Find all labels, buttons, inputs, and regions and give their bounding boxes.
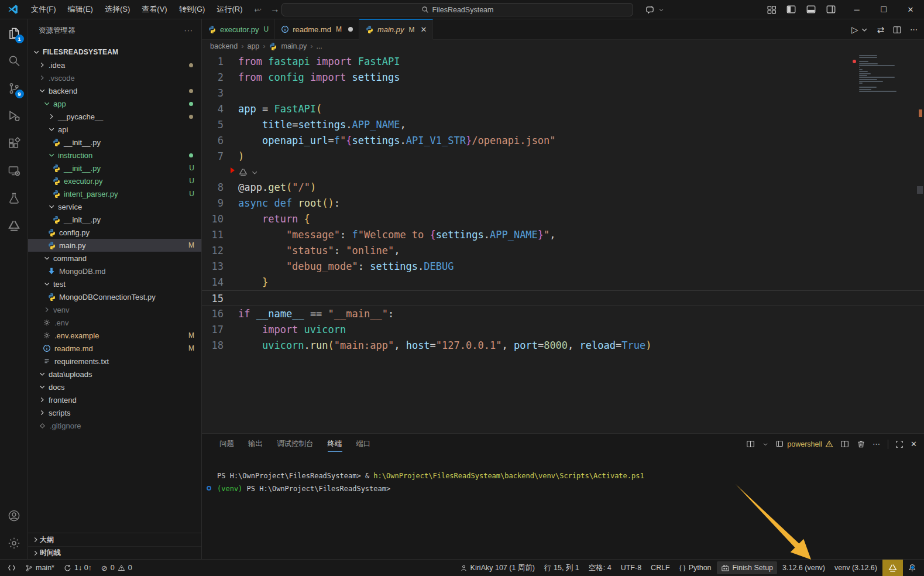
dirty-indicator[interactable]	[348, 27, 353, 32]
tree-folder-__pycache__[interactable]: __pycache__	[28, 110, 201, 123]
sidebar-more-actions-icon[interactable]: ···	[184, 26, 194, 35]
code-line-17[interactable]: 17 import uvicorn	[202, 322, 924, 338]
tree-folder-scripts[interactable]: scripts	[28, 406, 201, 419]
tree-file-__init__.py[interactable]: __init__.py	[28, 213, 201, 226]
tree-file-MongoDB.md[interactable]: MongoDB.md	[28, 265, 201, 277]
tree-file-.env[interactable]: .env	[28, 316, 201, 329]
qodo-inline-widget[interactable]	[238, 167, 259, 177]
tree-folder-app[interactable]: app	[28, 97, 201, 110]
status-venv-indicator[interactable]: venv (3.12.6)	[830, 561, 881, 574]
toggle-panel-icon[interactable]	[806, 4, 816, 15]
copilot-button[interactable]	[640, 2, 669, 17]
close-button[interactable]: ✕	[897, 0, 924, 19]
status-eol[interactable]: CRLF	[647, 561, 674, 574]
breakpoint-marker[interactable]	[231, 167, 235, 173]
activity-explorer-icon[interactable]: 1	[0, 19, 28, 47]
status-qodo[interactable]	[882, 560, 903, 576]
tree-folder-command[interactable]: command	[28, 252, 201, 265]
command-center-search[interactable]: FilesReadSysteam	[281, 3, 633, 16]
status-branch[interactable]: main*	[21, 561, 59, 574]
tree-file-config.py[interactable]: config.py	[28, 226, 201, 239]
menu-item[interactable]: 运行(R)	[211, 2, 248, 17]
nav-back-button[interactable]: ←	[253, 4, 262, 15]
menu-item[interactable]: 转到(G)	[174, 2, 211, 17]
tree-file-.gitignore[interactable]: .gitignore	[28, 419, 201, 432]
status-remote[interactable]	[4, 561, 20, 574]
breadcrumb-item[interactable]: ...	[316, 42, 322, 50]
kill-terminal-icon[interactable]	[857, 440, 865, 448]
code-editor[interactable]: 1from fastapi import FastAPI2from config…	[202, 53, 924, 433]
nav-forward-button[interactable]: →	[270, 4, 280, 15]
editor-tab-main.py[interactable]: main.pyM✕	[359, 19, 433, 40]
status-python-version[interactable]: 3.12.6 (venv)	[778, 561, 829, 574]
close-tab-icon[interactable]: ✕	[420, 25, 427, 34]
code-line-5[interactable]: 5 title=settings.APP_NAME,	[202, 117, 924, 133]
tree-file-.env.example[interactable]: .env.exampleM	[28, 329, 201, 342]
code-line-1[interactable]: 1from fastapi import FastAPI	[202, 54, 924, 70]
code-line-14[interactable]: 14 }	[202, 275, 924, 290]
customize-layout-icon[interactable]	[767, 5, 777, 15]
toggle-secondary-sidebar-icon[interactable]	[826, 4, 836, 15]
activity-testing-icon[interactable]	[0, 184, 28, 212]
tree-folder-test[interactable]: test	[28, 277, 201, 290]
sidebar-section[interactable]: 大纲	[28, 533, 201, 546]
editor-tab-readme.md[interactable]: readme.mdM	[275, 19, 359, 39]
activity-remote-explorer-icon[interactable]	[0, 157, 28, 184]
panel-more-actions-icon[interactable]: ⋯	[873, 440, 881, 448]
code-line-16[interactable]: 16if __name__ == "__main__":	[202, 306, 924, 322]
tree-file-__init__.py[interactable]: __init__.pyU	[28, 162, 201, 174]
code-line-7[interactable]: 7)	[202, 149, 924, 164]
tree-folder-.idea[interactable]: .idea	[28, 59, 201, 71]
tree-folder-service[interactable]: service	[28, 200, 201, 213]
status-notifications[interactable]	[904, 561, 920, 574]
breadcrumb-item[interactable]: backend	[210, 42, 238, 50]
code-line-6[interactable]: 6 openapi_url=f"{settings.API_V1_STR}/op…	[202, 133, 924, 149]
new-terminal-icon[interactable]	[746, 440, 755, 449]
activity-settings-icon[interactable]	[0, 529, 28, 557]
terminal-list-item[interactable]: powershell	[775, 440, 833, 448]
code-line-4[interactable]: 4app = FastAPI(	[202, 101, 924, 117]
menu-item[interactable]: 编辑(E)	[63, 2, 98, 17]
tree-file-MongoDBConnectionTest.py[interactable]: MongoDBConnectionTest.py	[28, 290, 201, 303]
menu-item[interactable]: 查看(V)	[136, 2, 172, 17]
code-line-18[interactable]: 18 uvicorn.run("main:app", host="127.0.0…	[202, 338, 924, 354]
code-line-3[interactable]: 3	[202, 85, 924, 101]
menu-item[interactable]: 文件(F)	[26, 2, 61, 17]
tree-file-readme.md[interactable]: readme.mdM	[28, 342, 201, 355]
tree-root[interactable]: FILESREADSYSTEAM	[28, 46, 201, 59]
code-line-13[interactable]: 13 "debug_mode": settings.DEBUG	[202, 259, 924, 275]
tree-folder-frontend[interactable]: frontend	[28, 393, 201, 406]
activity-run-debug-icon[interactable]	[0, 102, 28, 129]
status-blame[interactable]: KiriAky 107 (1 周前)	[456, 561, 539, 574]
tree-folder-api[interactable]: api	[28, 123, 201, 136]
status-encoding[interactable]: UTF-8	[617, 561, 645, 574]
terminal-profile-chevron-icon[interactable]	[762, 441, 768, 447]
tree-folder-backend[interactable]: backend	[28, 84, 201, 97]
tree-folder-datauploads[interactable]: data\uploads	[28, 368, 201, 380]
editor-scrollbar[interactable]	[917, 186, 923, 194]
tree-file-requirements.txt[interactable]: requirements.txt	[28, 355, 201, 368]
panel-tab-调试控制台[interactable]: 调试控制台	[271, 436, 320, 452]
run-python-file-icon[interactable]: ▷	[851, 25, 858, 35]
activity-qodo-icon[interactable]	[0, 212, 28, 239]
split-terminal-icon[interactable]	[840, 440, 850, 449]
close-panel-icon[interactable]: ✕	[911, 440, 917, 448]
activity-search-icon[interactable]	[0, 47, 28, 74]
open-changes-icon[interactable]: ⇄	[877, 25, 884, 35]
tree-folder-.vscode[interactable]: .vscode	[28, 71, 201, 84]
code-line-8[interactable]: 8@app.get("/")	[202, 180, 924, 196]
activity-account-icon[interactable]	[0, 502, 28, 529]
minimize-button[interactable]: ─	[843, 0, 870, 19]
code-line-11[interactable]: 11 "message": f"Welcome to {settings.APP…	[202, 227, 924, 243]
panel-tab-问题[interactable]: 问题	[214, 436, 240, 452]
maximize-panel-icon[interactable]	[895, 440, 904, 448]
status-cursor-position[interactable]: 行 15, 列 1	[540, 561, 583, 574]
code-line-2[interactable]: 2from config import settings	[202, 70, 924, 85]
panel-tab-输出[interactable]: 输出	[242, 436, 269, 452]
run-dropdown-chevron-icon[interactable]	[860, 26, 868, 34]
code-line-15[interactable]: 15	[202, 290, 924, 306]
terminal-output[interactable]: PS H:\OwnProject\FilesReadSysteam> & h:\…	[202, 454, 924, 495]
status-problems[interactable]: ⊘00	[97, 561, 136, 574]
panel-tab-终端[interactable]: 终端	[322, 436, 348, 452]
menu-item[interactable]: 选择(S)	[99, 2, 135, 17]
